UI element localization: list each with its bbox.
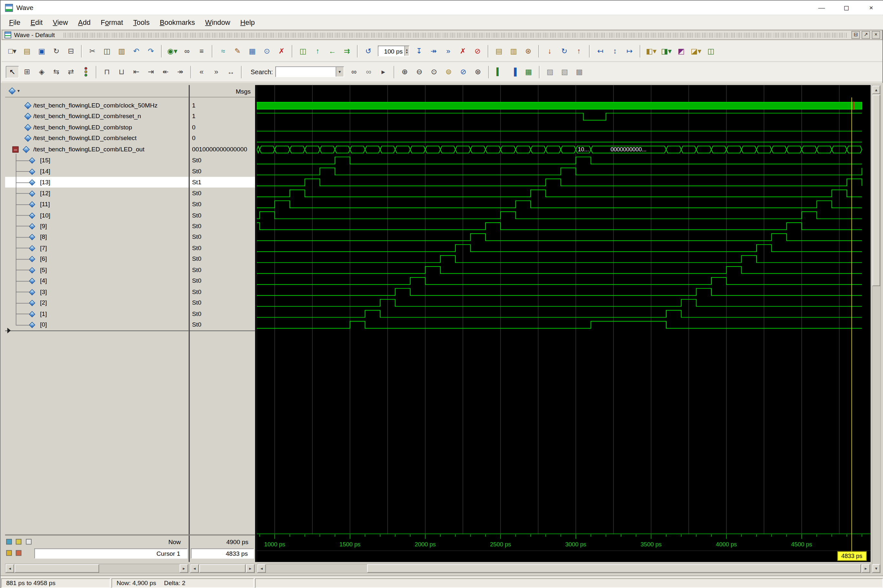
zoom-range-button[interactable]: ⊘ [456,66,470,78]
paste-button[interactable]: ▥ [115,45,129,57]
print-button[interactable]: ⊟ [64,45,78,57]
edit-wave-button[interactable]: ✎ [231,45,244,57]
timeline-ruler[interactable]: 1000 ps1500 ps2000 ps2500 ps3000 ps3500 … [257,534,871,551]
run-length-spinner[interactable]: ▴▾ [405,46,409,56]
run-length-input[interactable] [379,47,405,55]
signal-row[interactable]: [10] [5,210,189,220]
cursor-name-field[interactable]: Cursor 1 [34,549,187,559]
cursor-config-button[interactable]: ◨▾ [660,45,673,57]
expand-config-button[interactable]: ◩ [675,45,688,57]
previous-edge-button[interactable]: ↞ [159,66,172,78]
zoom-in-button[interactable]: ⊕ [398,66,411,78]
show-drivers-button[interactable]: ▍ [492,66,506,78]
signal-row[interactable]: [4] [5,276,189,286]
search-options-button[interactable]: ▸ [376,66,390,78]
copy-button[interactable]: ◫ [100,45,114,57]
run-button[interactable]: ↧ [412,45,426,57]
menu-view[interactable]: View [48,16,73,28]
filter-button[interactable]: ≡ [195,45,208,57]
signal-row[interactable]: [12] [5,188,189,198]
restart-button[interactable]: ↺ [361,45,375,57]
next-cursor-button[interactable]: » [210,66,223,78]
signal-row[interactable]: /test_bench_flowingLED_comb/reset_n [5,111,189,122]
signal-row[interactable]: –/test_bench_flowingLED_comb/LED_out [5,144,189,154]
new-file-button[interactable]: □▾ [6,45,19,57]
pane-drag-handle[interactable] [64,32,847,38]
zoom-cursor-button[interactable]: ⊚ [442,66,456,78]
save-button[interactable]: ▣ [35,45,48,57]
signal-row[interactable]: [8] [5,232,189,242]
select-pointer-button[interactable]: ↖ [6,66,19,78]
close-button[interactable]: × [859,0,883,15]
signal-row[interactable]: [2] [5,297,189,308]
find-next-button[interactable]: ∞ [347,66,361,78]
add-wave-button[interactable]: ≈ [216,45,230,57]
maximize-button[interactable]: ◻ [834,0,859,15]
signal-row[interactable]: [7] [5,243,189,254]
signal-row[interactable]: [14] [5,166,189,177]
zoom-last-button[interactable]: ⊛ [471,66,485,78]
msgs-header[interactable]: Msgs [190,85,255,97]
scroll-down-icon[interactable]: ▾ [873,564,880,573]
refresh-button[interactable]: ↻ [558,45,571,57]
delete-cursor-icon[interactable] [16,550,22,556]
insert-pointer-button[interactable]: ↓ [543,45,556,57]
collapse-icon[interactable]: – [12,146,18,152]
minimize-button[interactable]: — [809,0,834,15]
timebar-icon-1[interactable] [6,539,12,544]
break-button[interactable]: ✗ [456,45,469,57]
undo-button[interactable]: ↶ [129,45,143,57]
zoom-mode-button[interactable]: ⊞ [20,66,34,78]
scrollbar-thumb[interactable] [15,564,99,573]
signal-name-pane[interactable]: ▾ /test_bench_flowingLED_comb/clock_50MH… [5,85,189,562]
signal-row[interactable]: [13] [5,177,189,188]
zoom-full-button[interactable]: ⊙ [427,66,441,78]
select-mode-button[interactable]: ▩ [573,66,586,78]
wave-vertical-scrollbar[interactable]: ▴ ▾ [872,85,881,573]
scrollbar-thumb[interactable] [199,564,246,573]
values-pane[interactable]: Msgs 11000010000000000000St0St0St1St0St0… [190,85,255,562]
signal-row[interactable]: [5] [5,265,189,275]
signal-row[interactable]: [15] [5,155,189,165]
redo-button[interactable]: ↷ [144,45,158,57]
horizontal-splitter[interactable] [5,534,255,536]
add-falling-marker-button[interactable]: ⊔ [115,66,129,78]
signal-row[interactable]: /test_bench_flowingLED_comb/clock_50MHz [5,100,189,111]
menu-bookmarks[interactable]: Bookmarks [154,16,200,28]
scroll-right-icon[interactable]: ▸ [246,564,255,573]
delete-wave-button[interactable]: ✗ [275,45,289,57]
menu-add[interactable]: Add [73,16,96,28]
marker-left-button[interactable]: ↤ [594,45,607,57]
menu-window[interactable]: Window [200,16,235,28]
signal-row[interactable]: [11] [5,199,189,210]
wave-scrollbar[interactable]: ◂ ▸ [257,564,871,573]
add-cursor-icon[interactable] [6,550,12,556]
pan-hand-button[interactable]: ⊛ [522,45,535,57]
scroll-right-icon[interactable]: ▸ [862,564,870,573]
run-all-button[interactable]: » [442,45,455,57]
expand-columns-button[interactable]: ⇄ [64,66,78,78]
pane-close-button[interactable]: × [872,31,880,39]
expanded-time-button[interactable]: ▦ [522,66,535,78]
zoom-out-button[interactable]: ⊖ [412,66,426,78]
scroll-left-icon[interactable]: ◂ [257,564,265,573]
scroll-up-icon[interactable]: ▴ [873,86,880,94]
menu-edit[interactable]: Edit [25,16,48,28]
interrupt-button[interactable] [79,66,92,78]
profile-button[interactable]: ▤ [492,45,506,57]
menu-file[interactable]: File [4,16,25,28]
signal-pane-header[interactable]: ▾ [5,85,189,97]
signal-row[interactable]: /test_bench_flowingLED_comb/stop [5,122,189,133]
names-scrollbar[interactable]: ◂ ▸ [5,564,189,573]
menu-help[interactable]: Help [235,16,260,28]
cursor-time-box[interactable]: 4833 ps [837,551,867,561]
follow-link-button[interactable]: ◫ [296,45,310,57]
timebar-icon-3[interactable] [26,539,31,544]
next-transition-button[interactable]: ⇥ [144,66,158,78]
marker-center-button[interactable]: ↕ [609,45,622,57]
event-mode-button[interactable]: ▨ [543,66,557,78]
values-scrollbar[interactable]: ◂ ▸ [190,564,255,573]
marker-right-button[interactable]: ↦ [623,45,636,57]
add-rising-marker-button[interactable]: ⊓ [100,66,114,78]
layout-config-button[interactable]: ◧▾ [644,45,658,57]
